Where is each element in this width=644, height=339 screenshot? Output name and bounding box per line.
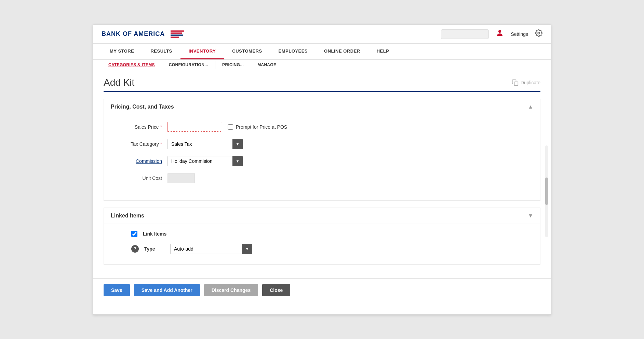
nav-bar: MY STORE RESULTS INVENTORY CUSTOMERS EMP… — [93, 44, 551, 60]
svg-point-5 — [538, 32, 540, 34]
nav-item-help[interactable]: HELP — [368, 44, 398, 59]
tax-category-required: * — [160, 141, 162, 147]
sub-item-pricing[interactable]: PRICING... — [215, 60, 251, 70]
sub-item-manage[interactable]: MANAGE — [251, 60, 283, 70]
pricing-section-title: Pricing, Cost, and Taxes — [111, 104, 174, 110]
link-items-label: Link Items — [143, 231, 166, 237]
footer-bar: Save Save and Add Another Discard Change… — [93, 278, 551, 302]
type-select[interactable]: Auto-add Optional Required — [170, 244, 252, 254]
discard-changes-button[interactable]: Discard Changes — [204, 284, 258, 296]
linked-collapse-icon[interactable]: ▼ — [528, 213, 533, 219]
link-items-row: Link Items — [131, 231, 526, 237]
duplicate-label: Duplicate — [521, 80, 540, 85]
tax-category-row: Tax Category * Sales Tax No Tax Food Tax — [118, 139, 526, 149]
page-content: Add Kit Duplicate Pricing, Cost, and Tax… — [93, 70, 551, 278]
scrollbar-thumb[interactable] — [545, 178, 548, 205]
collapse-icon[interactable]: ▲ — [528, 104, 533, 110]
type-row: ? Type Auto-add Optional Required — [131, 244, 526, 254]
unit-cost-input[interactable] — [167, 173, 195, 183]
prompt-pos-wrapper: Prompt for Price at POS — [228, 124, 287, 130]
sub-item-configuration[interactable]: CONFIGURATION... — [162, 60, 215, 70]
app-window: BANK OF AMERICA Settings — [93, 25, 551, 315]
nav-item-online-order[interactable]: ONLINE ORDER — [316, 44, 368, 59]
logo-text: BANK OF AMERICA — [102, 30, 165, 38]
scrollbar-track — [545, 145, 548, 237]
commission-row: Commission Holiday Commision Standard Co… — [118, 156, 526, 166]
pricing-section-body: Sales Price * Prompt for Price at POS Ta… — [104, 115, 540, 200]
save-add-another-button[interactable]: Save and Add Another — [134, 284, 200, 296]
person-icon[interactable] — [496, 29, 504, 39]
nav-item-customers[interactable]: CUSTOMERS — [224, 44, 270, 59]
unit-cost-label: Unit Cost — [118, 175, 162, 181]
commission-select[interactable]: Holiday Commision Standard Commission No… — [167, 156, 243, 166]
svg-point-4 — [498, 30, 501, 33]
header: BANK OF AMERICA Settings — [93, 25, 551, 44]
page-header: Add Kit Duplicate — [104, 77, 540, 88]
nav-item-inventory[interactable]: INVENTORY — [180, 44, 224, 59]
prompt-pos-label: Prompt for Price at POS — [236, 124, 287, 130]
settings-link[interactable]: Settings — [511, 31, 528, 37]
pricing-section-header: Pricing, Cost, and Taxes ▲ — [104, 99, 540, 115]
linked-section-header: Linked Items ▼ — [104, 208, 540, 224]
logo-flag-icon — [169, 29, 186, 39]
tax-category-label: Tax Category * — [118, 141, 162, 147]
help-icon[interactable]: ? — [131, 245, 139, 253]
linked-section-body: Link Items ? Type Auto-add Optional Requ… — [104, 224, 540, 264]
sales-price-row: Sales Price * Prompt for Price at POS — [118, 122, 526, 132]
page-title: Add Kit — [104, 77, 134, 88]
save-button[interactable]: Save — [104, 284, 130, 296]
type-label: Type — [144, 246, 165, 252]
header-right: Settings — [441, 29, 542, 39]
nav-item-my-store[interactable]: MY STORE — [102, 44, 142, 59]
sales-price-required: * — [160, 124, 162, 130]
linked-section-title: Linked Items — [111, 213, 144, 219]
unit-cost-row: Unit Cost — [118, 173, 526, 183]
tax-category-select[interactable]: Sales Tax No Tax Food Tax — [167, 139, 243, 149]
duplicate-button[interactable]: Duplicate — [512, 79, 540, 86]
linked-section: Linked Items ▼ Link Items ? Type Auto-ad… — [104, 208, 540, 265]
blue-divider — [104, 91, 540, 92]
nav-main: MY STORE RESULTS INVENTORY CUSTOMERS EMP… — [102, 44, 542, 59]
sales-price-input[interactable] — [167, 122, 222, 132]
svg-rect-6 — [514, 82, 518, 85]
commission-select-wrapper: Holiday Commision Standard Commission No… — [167, 156, 243, 166]
nav-item-employees[interactable]: EMPLOYEES — [270, 44, 316, 59]
logo-area: BANK OF AMERICA — [102, 29, 186, 39]
nav-item-results[interactable]: RESULTS — [142, 44, 180, 59]
link-items-checkbox[interactable] — [131, 231, 137, 237]
pricing-section: Pricing, Cost, and Taxes ▲ Sales Price *… — [104, 99, 540, 201]
close-button[interactable]: Close — [262, 284, 290, 296]
nav-sub: CATEGORIES & ITEMS CONFIGURATION... PRIC… — [93, 60, 551, 70]
prompt-pos-checkbox[interactable] — [228, 124, 233, 130]
search-box — [441, 29, 489, 39]
type-select-wrapper: Auto-add Optional Required — [170, 244, 252, 254]
tax-category-select-wrapper: Sales Tax No Tax Food Tax — [167, 139, 243, 149]
duplicate-icon — [512, 79, 519, 86]
gear-icon[interactable] — [535, 29, 542, 39]
sub-item-categories-items[interactable]: CATEGORIES & ITEMS — [102, 60, 162, 70]
commission-label[interactable]: Commission — [118, 158, 162, 164]
sales-price-label: Sales Price * — [118, 124, 162, 130]
